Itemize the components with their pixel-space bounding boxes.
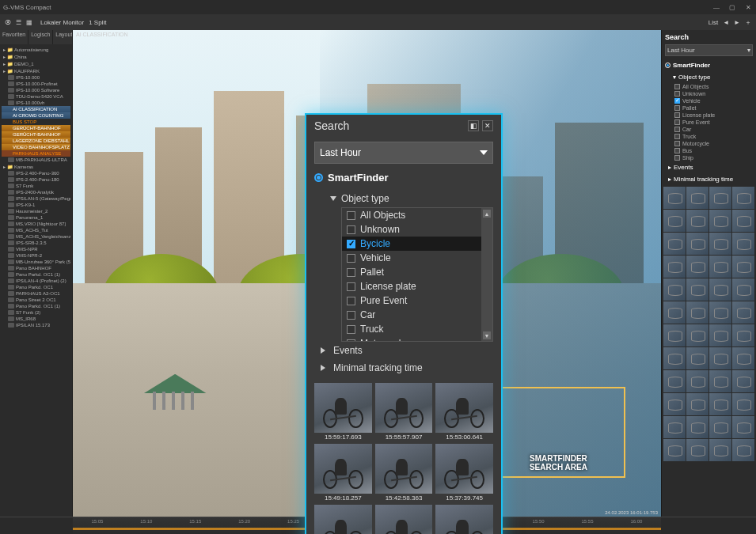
result-thumb[interactable] — [663, 301, 686, 324]
toolbar-add-icon[interactable]: ＋ — [745, 18, 751, 27]
object-type-item[interactable]: All Objects — [342, 208, 492, 222]
result-thumb[interactable] — [732, 301, 754, 324]
tree-item[interactable]: IPS-10.000vh — [2, 100, 70, 106]
result-thumb[interactable] — [663, 439, 686, 461]
camera-tree[interactable]: ▸📁Automatisierung▸📁China▸📁DEMO_1▸📁KAUFPA… — [0, 44, 72, 330]
tree-item[interactable]: Pano BAHNHOF — [2, 265, 70, 271]
result-thumb[interactable] — [686, 393, 709, 415]
tree-item[interactable]: ▸📁Automatisierung — [2, 46, 70, 53]
object-type-item[interactable]: Car — [674, 126, 756, 133]
result-thumb[interactable] — [663, 187, 686, 209]
tree-item[interactable]: IPS-2.400-Pano-180 — [2, 176, 70, 183]
object-type-item[interactable]: Bus — [674, 147, 756, 154]
object-type-item[interactable]: Pallet — [674, 104, 756, 112]
scroll-up-button[interactable]: ▲ — [483, 210, 491, 218]
close-modal-button[interactable]: ✕ — [482, 120, 493, 131]
tree-item[interactable]: IPS/LAN-4 (Profinet) (2) — [2, 278, 70, 284]
tree-item[interactable]: ▸📁Kameras — [2, 163, 70, 170]
result-thumb[interactable] — [732, 278, 754, 301]
tree-item[interactable]: IPS-2400-Analytik — [2, 189, 70, 195]
tree-item[interactable]: VIDEO BAHNHOFSPLATZ — [2, 144, 70, 150]
toolbar-control-icon[interactable]: ⦿ — [5, 19, 11, 26]
object-type-item[interactable]: Pure Event — [674, 119, 756, 126]
object-type-item[interactable]: Motorcycle — [342, 336, 492, 342]
object-type-item[interactable]: Unknown — [674, 90, 756, 97]
result-thumb[interactable] — [663, 370, 686, 392]
tree-item[interactable]: MS_ACHS_Vergleichsanz — [2, 233, 70, 240]
modal-events-header[interactable]: Events — [314, 342, 493, 359]
tree-item[interactable]: MS,VRIO [Nighttour 87] — [2, 221, 70, 227]
modal-object-type-list[interactable]: All ObjectsUnknownBycicleVehiclePalletLi… — [341, 207, 493, 342]
scroll-down-button[interactable]: ▼ — [483, 331, 491, 339]
tree-item[interactable]: AI CROWD COUNTING — [2, 112, 70, 119]
result-thumb[interactable] — [732, 393, 754, 415]
tree-item[interactable]: IPS-SR8-2.3.5 — [2, 240, 70, 246]
right-range-select[interactable]: Last Hour ▾ — [665, 44, 753, 56]
result-thumb[interactable] — [686, 278, 709, 301]
tree-item[interactable]: VMS-NPR-2 — [2, 252, 70, 259]
tree-item[interactable]: BUS STOP — [2, 119, 70, 125]
result-thumb[interactable]: 15:49:18.257 — [314, 444, 372, 502]
modal-range-select[interactable]: Last Hour — [314, 142, 493, 164]
result-thumb[interactable]: 15:33:25.405 — [435, 505, 493, 534]
tree-item[interactable]: GERÜCHT-BAHNHOF — [2, 125, 70, 131]
result-thumb[interactable] — [732, 256, 754, 278]
result-thumb[interactable] — [686, 256, 709, 278]
result-thumb[interactable] — [709, 370, 731, 392]
result-thumb[interactable] — [732, 416, 754, 438]
tree-item[interactable]: ▸📁KAUFPARK — [2, 67, 70, 74]
close-button[interactable]: ✕ — [743, 2, 753, 12]
object-type-item[interactable]: Truck — [674, 133, 756, 140]
tree-item[interactable]: MB-Unruhee 360° Park (5) — [2, 259, 70, 265]
modal-smartfinder-radio[interactable]: SmartFinder — [314, 172, 493, 184]
object-type-item[interactable]: All Objects — [674, 83, 756, 90]
toolbar-grid-icon[interactable]: ▦ — [26, 19, 32, 26]
smartfinder-search-area[interactable]: SMARTFINDERSEARCH AREA — [491, 387, 625, 478]
result-thumb[interactable] — [686, 439, 709, 461]
result-thumb[interactable] — [732, 187, 754, 209]
object-type-item[interactable]: Pure Event — [342, 294, 492, 308]
result-thumb[interactable]: 15:59:17.693 — [314, 383, 372, 441]
result-thumb[interactable] — [709, 301, 731, 324]
object-type-item[interactable]: Vehicle — [674, 97, 756, 104]
right-object-type-list[interactable]: All ObjectsUnknownVehiclePalletLicense p… — [662, 83, 756, 161]
tree-item[interactable]: AI CLASSIFICATION — [2, 106, 70, 112]
tree-item[interactable]: S7 Funk (2) — [2, 309, 70, 316]
result-thumb[interactable] — [709, 393, 731, 415]
object-type-item[interactable]: License plate — [342, 279, 492, 294]
popout-button[interactable]: ◧ — [468, 120, 479, 131]
object-type-item[interactable]: Bycicle — [342, 237, 492, 251]
sidebar-tab-logisch[interactable]: Logisch — [28, 30, 53, 44]
result-thumb[interactable] — [663, 256, 686, 278]
result-thumb[interactable] — [686, 347, 709, 369]
sidebar-tab-layouts[interactable]: Layouts — [53, 30, 73, 44]
result-thumb[interactable] — [686, 233, 709, 255]
result-thumb[interactable] — [709, 324, 731, 347]
result-thumb[interactable] — [732, 210, 754, 232]
result-thumb[interactable] — [686, 301, 709, 324]
modal-mtt-header[interactable]: Minimal tracking time — [314, 359, 493, 377]
object-type-item[interactable]: Car — [342, 308, 492, 322]
tree-item[interactable]: S7 Funk — [2, 183, 70, 189]
tree-item[interactable]: MS_ACHS_Tut — [2, 227, 70, 233]
tree-item[interactable]: IPS-10.000 Software — [2, 87, 70, 93]
right-events-header[interactable]: ▸ Events — [662, 161, 756, 173]
tree-item[interactable]: VMS-NPR — [2, 246, 70, 252]
object-type-item[interactable]: Motorcycle — [674, 140, 756, 147]
result-thumb[interactable] — [709, 233, 731, 255]
tree-item[interactable]: IPS-2.400-Pano-360 — [2, 170, 70, 176]
result-thumb[interactable] — [732, 233, 754, 255]
tree-item[interactable]: ▸📁DEMO_1 — [2, 60, 70, 67]
tree-item[interactable]: Pano Parkd. OC1 (1) — [2, 303, 70, 309]
result-thumb[interactable] — [686, 370, 709, 392]
monitor-dropdown[interactable]: Lokaler Monitor — [40, 19, 84, 26]
result-thumb[interactable] — [709, 439, 731, 461]
object-type-item[interactable]: License plate — [674, 112, 756, 119]
tree-item[interactable]: PARKHAUS A2-OC1 — [2, 290, 70, 297]
tree-item[interactable]: Pano Parkd. OC1 (1) — [2, 271, 70, 278]
toolbar-prev-icon[interactable]: ◄ — [723, 19, 729, 26]
tree-item[interactable]: IPS-K9-1 — [2, 202, 70, 208]
result-thumb[interactable] — [709, 210, 731, 232]
tree-item[interactable]: Pano Parkd. OC1 — [2, 284, 70, 290]
object-type-item[interactable]: Ship — [674, 154, 756, 161]
